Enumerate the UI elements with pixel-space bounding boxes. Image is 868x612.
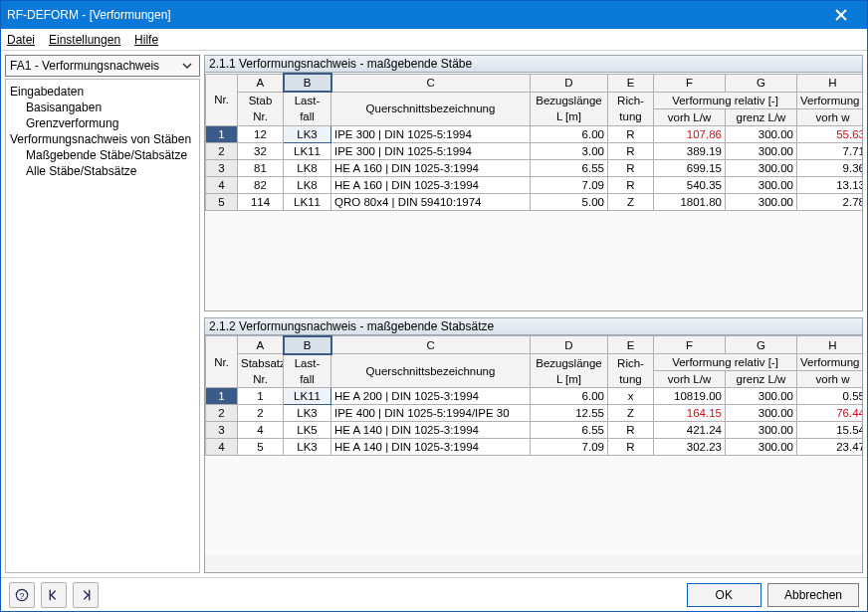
hdr-richt[interactable]: Rich-tung — [608, 92, 654, 125]
table-cell[interactable]: R — [608, 439, 654, 456]
hdr-stab[interactable]: StabNr. — [238, 92, 284, 125]
grid1[interactable]: Nr. A B C D E F G H I StabNr. — [205, 73, 863, 211]
table-cell[interactable]: LK11 — [284, 142, 331, 159]
table-row[interactable]: 5114LK11QRO 80x4 | DIN 59410:19745.00Z18… — [206, 193, 864, 210]
hdr2-bezug[interactable]: BezugslängeL [m] — [531, 354, 608, 388]
grid2[interactable]: Nr. A B C D E F G H I StabsatzNr. — [205, 335, 863, 457]
table-cell[interactable]: 5.00 — [531, 193, 608, 210]
table-cell[interactable]: 300.00 — [726, 422, 797, 439]
close-button[interactable] — [821, 1, 861, 29]
table-cell[interactable]: 6.00 — [531, 125, 608, 142]
table-cell[interactable]: Z — [608, 405, 654, 422]
hdr2-stabsatz[interactable]: StabsatzNr. — [238, 354, 284, 388]
menu-help[interactable]: Hilfe — [134, 33, 158, 47]
hdr-verabs[interactable]: Verformung absolut [mm] — [797, 92, 864, 108]
next-button[interactable] — [73, 582, 99, 608]
table-cell[interactable]: LK3 — [284, 439, 331, 456]
table-cell[interactable]: R — [608, 159, 654, 176]
table-cell[interactable]: 6.00 — [531, 388, 608, 405]
hdr-nr[interactable]: Nr. — [206, 74, 238, 125]
table-cell[interactable]: 7.09 — [531, 439, 608, 456]
table-cell[interactable]: IPE 400 | DIN 1025-5:1994/IPE 30 — [331, 405, 531, 422]
menu-file[interactable]: Datei — [7, 33, 35, 47]
table-cell[interactable]: LK3 — [284, 405, 331, 422]
table-cell[interactable]: IPE 300 | DIN 1025-5:1994 — [331, 125, 531, 142]
hdr-C[interactable]: C — [331, 74, 531, 92]
hdr-vorhw[interactable]: vorh w — [797, 108, 864, 125]
hdr-H[interactable]: H — [797, 74, 864, 92]
hdr2-vorhLw[interactable]: vorh L/w — [654, 371, 726, 388]
table-cell[interactable]: 7.71 — [797, 142, 864, 159]
hdr-D[interactable]: D — [531, 74, 608, 92]
hdr2-grenzLw[interactable]: grenz L/w — [726, 371, 797, 388]
hdr-vorhLw[interactable]: vorh L/w — [654, 108, 726, 125]
table-cell[interactable]: 389.19 — [654, 142, 726, 159]
hdr-grenzLw[interactable]: grenz L/w — [726, 108, 797, 125]
table-cell[interactable]: 300.00 — [726, 159, 797, 176]
table-cell[interactable]: HE A 140 | DIN 1025-3:1994 — [331, 422, 531, 439]
table-cell[interactable]: 5 — [206, 193, 238, 210]
table-cell[interactable]: R — [608, 142, 654, 159]
table-cell[interactable]: LK8 — [284, 176, 331, 193]
table-cell[interactable]: QRO 80x4 | DIN 59410:1974 — [331, 193, 531, 210]
tree-eingabedaten[interactable]: Eingabedaten — [8, 84, 197, 100]
table-cell[interactable]: 9.36 — [797, 159, 864, 176]
hdr-F[interactable]: F — [654, 74, 726, 92]
table-cell[interactable]: 2 — [206, 142, 238, 159]
hdr-lastfall[interactable]: Last-fall — [284, 92, 331, 125]
table-cell[interactable]: 300.00 — [726, 388, 797, 405]
table-cell[interactable]: 81 — [238, 159, 284, 176]
hdr-G[interactable]: G — [726, 74, 797, 92]
table-cell[interactable]: IPE 300 | DIN 1025-5:1994 — [331, 142, 531, 159]
table-cell[interactable]: 1 — [238, 388, 284, 405]
hdr2-A[interactable]: A — [238, 336, 284, 354]
table-cell[interactable]: 164.15 — [654, 405, 726, 422]
table-cell[interactable]: 540.35 — [654, 176, 726, 193]
hdr-E[interactable]: E — [608, 74, 654, 92]
table-row[interactable]: 482LK8HE A 160 | DIN 1025-3:19947.09R540… — [206, 176, 864, 193]
table-cell[interactable]: HE A 140 | DIN 1025-3:1994 — [331, 439, 531, 456]
table-cell[interactable]: LK11 — [284, 193, 331, 210]
table-cell[interactable]: 7.09 — [531, 176, 608, 193]
hdr-quer[interactable]: Querschnittsbezeichnung — [331, 92, 531, 125]
ok-button[interactable]: OK — [687, 583, 761, 607]
table-cell[interactable]: 1 — [206, 388, 238, 405]
hdr2-quer[interactable]: Querschnittsbezeichnung — [331, 354, 531, 388]
table-cell[interactable]: Z — [608, 193, 654, 210]
table-cell[interactable]: 107.86 — [654, 125, 726, 142]
hdr2-verabs[interactable]: Verformung absolut [mm] — [797, 354, 864, 371]
table-cell[interactable]: 4 — [206, 176, 238, 193]
table-cell[interactable]: HE A 160 | DIN 1025-3:1994 — [331, 159, 531, 176]
table-row[interactable]: 45LK3HE A 140 | DIN 1025-3:19947.09R302.… — [206, 439, 864, 456]
table-cell[interactable]: 300.00 — [726, 142, 797, 159]
table-cell[interactable]: 3 — [206, 159, 238, 176]
table-cell[interactable]: 3 — [206, 422, 238, 439]
hdr2-verrel[interactable]: Verformung relativ [-] — [654, 354, 797, 371]
hdr2-B[interactable]: B — [284, 336, 331, 354]
table-cell[interactable]: 2 — [206, 405, 238, 422]
table-cell[interactable]: 23.47 — [797, 439, 864, 456]
help-button[interactable]: ? — [9, 582, 35, 608]
prev-button[interactable] — [41, 582, 67, 608]
table-row[interactable]: 11LK11HE A 200 | DIN 1025-3:19946.00x108… — [206, 388, 864, 405]
hdr2-G[interactable]: G — [726, 336, 797, 354]
table-cell[interactable]: 82 — [238, 176, 284, 193]
table-cell[interactable]: 4 — [206, 439, 238, 456]
table-cell[interactable]: 421.24 — [654, 422, 726, 439]
hdr2-H[interactable]: H — [797, 336, 864, 354]
hdr2-E[interactable]: E — [608, 336, 654, 354]
table-cell[interactable]: 2 — [238, 405, 284, 422]
table-cell[interactable]: 2.78 — [797, 193, 864, 210]
tree-verformungsnachweis[interactable]: Verformungsnachweis von Stäben — [8, 131, 197, 147]
hdr2-vorhw[interactable]: vorh w — [797, 371, 864, 388]
hdr2-lastfall[interactable]: Last-fall — [284, 354, 331, 388]
table-cell[interactable]: 15.54 — [797, 422, 864, 439]
table-cell[interactable]: 5 — [238, 439, 284, 456]
table-cell[interactable]: 13.13 — [797, 176, 864, 193]
hdr-verrel[interactable]: Verformung relativ [-] — [654, 92, 797, 108]
tree-grenzverformung[interactable]: Grenzverformung — [8, 115, 197, 131]
menu-settings[interactable]: Einstellungen — [49, 33, 120, 47]
table-cell[interactable]: 699.15 — [654, 159, 726, 176]
table-cell[interactable]: 300.00 — [726, 125, 797, 142]
table-cell[interactable]: 12.55 — [531, 405, 608, 422]
